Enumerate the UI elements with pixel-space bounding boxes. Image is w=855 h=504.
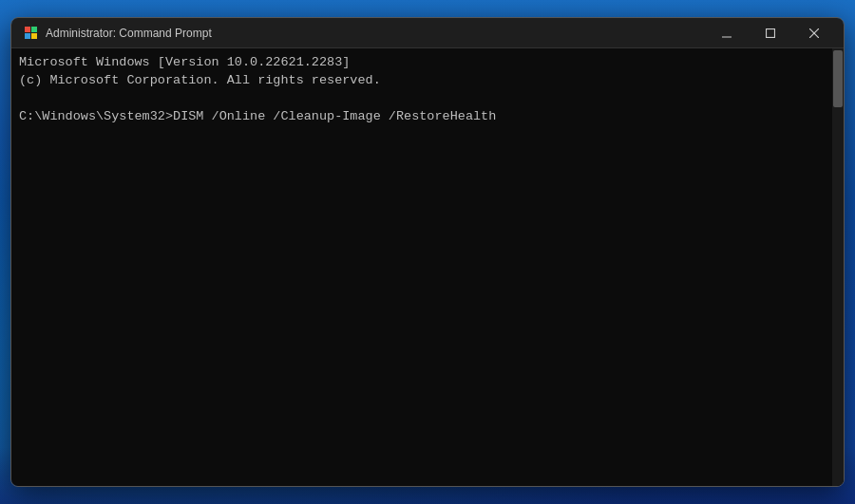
title-bar-left: Administrator: Command Prompt [23, 26, 212, 41]
maximize-icon [766, 28, 775, 38]
cmd-window: Administrator: Command Prompt [10, 17, 845, 487]
scrollbar-thumb[interactable] [833, 50, 843, 107]
cmd-icon [25, 27, 37, 39]
terminal-body[interactable]: Microsoft Windows [Version 10.0.22621.22… [11, 48, 844, 486]
minimize-icon [722, 28, 732, 38]
scrollbar[interactable] [832, 48, 844, 486]
title-bar: Administrator: Command Prompt [11, 18, 844, 48]
maximize-button[interactable] [749, 18, 792, 48]
window-title: Administrator: Command Prompt [46, 27, 212, 40]
close-icon [809, 28, 819, 38]
window-icon [23, 26, 38, 41]
svg-rect-1 [767, 28, 775, 37]
close-button[interactable] [792, 18, 836, 48]
minimize-button[interactable] [705, 18, 749, 48]
title-bar-controls [705, 18, 836, 48]
terminal-output: Microsoft Windows [Version 10.0.22621.22… [19, 54, 836, 126]
